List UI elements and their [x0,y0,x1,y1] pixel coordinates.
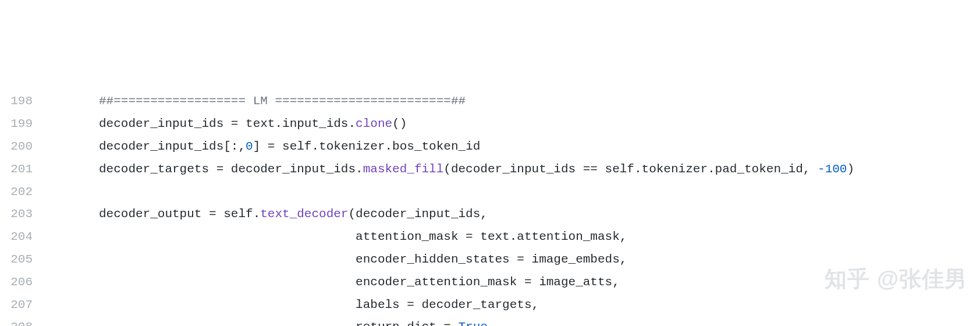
code-line[interactable]: attention_mask = text.attention_mask, [99,226,980,249]
code-line[interactable]: encoder_hidden_states = image_embeds, [99,249,980,271]
line-number: 203 [6,203,33,226]
line-number: 201 [6,158,33,181]
code-line[interactable]: decoder_input_ids[:,0] = self.tokenizer.… [99,136,980,158]
line-number: 200 [6,136,33,158]
line-number: 198 [6,90,33,113]
line-number: 205 [6,249,33,271]
code-line[interactable]: decoder_output = self.text_decoder(decod… [99,203,980,226]
line-number: 208 [6,316,33,326]
code-line[interactable]: encoder_attention_mask = image_atts, [99,271,980,294]
line-number: 207 [6,294,33,317]
code-line[interactable]: ##================== LM ================… [99,90,980,113]
code-line[interactable] [99,181,980,204]
line-number: 206 [6,271,33,294]
code-line[interactable]: return_dict = True, [99,316,980,326]
line-number: 202 [6,181,33,204]
line-number: 204 [6,226,33,249]
code-line[interactable]: decoder_input_ids = text.input_ids.clone… [99,113,980,136]
line-number-gutter: 1981992002012022032042052062072082092102… [0,90,47,326]
code-editor: 1981992002012022032042052062072082092102… [0,90,980,326]
code-line[interactable]: labels = decoder_targets, [99,294,980,317]
code-line[interactable]: decoder_targets = decoder_input_ids.mask… [99,158,980,181]
line-number: 199 [6,113,33,136]
code-content[interactable]: ##================== LM ================… [47,90,980,326]
